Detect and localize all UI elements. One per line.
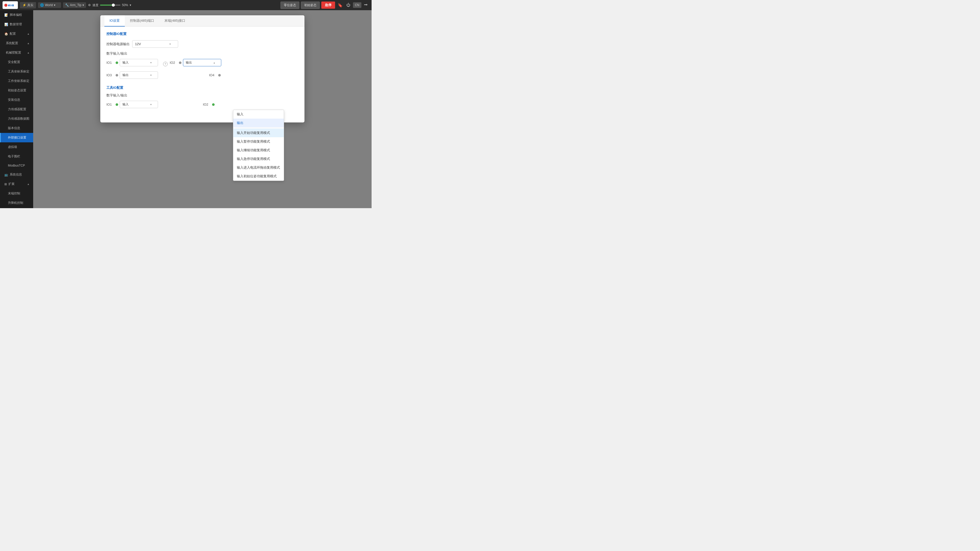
config-icon: 🏠 [4, 32, 8, 36]
power-output-label: 控制器电源输出 [107, 42, 130, 46]
sidebar-label-tool-coord: 工具坐标系标定 [8, 69, 29, 74]
sidebar-label-script: 脚本编程 [10, 13, 22, 17]
io1-dot [116, 62, 118, 64]
io3-select-arrow-icon: ▾ [150, 74, 151, 76]
sidebar-item-force-sensor-data[interactable]: 力传感器数据图 [0, 114, 33, 124]
dropdown-item-input[interactable]: 输入 [233, 110, 284, 119]
expand-icon: ⊞ [4, 183, 7, 186]
controller-io3-row: IO3 输出 ▾ [107, 71, 158, 79]
sidebar-item-terminal-ctrl[interactable]: 末端控制 [0, 189, 33, 198]
speed-value: 50% [122, 3, 128, 7]
topbar: 睿尔曼 ⚡ 真实 🌐 World ▾ 🔧 Arm_Tip ▾ ⚙ 速度 50% … [0, 0, 372, 10]
sidebar-item-virtual-wall[interactable]: 虚拟墙 [0, 142, 33, 152]
tool-io2-label: IO2 [203, 103, 210, 106]
speed-label: 速度 [92, 3, 99, 7]
io2-select-arrow-icon: ▴ [213, 61, 215, 64]
dropdown-item-current-loop-mode[interactable]: 输入进入电流环拖动复用模式 [233, 163, 284, 172]
chevron-down-icon-2: ▾ [83, 3, 84, 7]
io2-select[interactable]: 输出 ▴ [183, 59, 221, 66]
tab-terminal-485[interactable]: 末端(485)接口 [159, 15, 190, 27]
bookmark-icon[interactable]: 🔖 [337, 2, 344, 8]
sidebar-label-system-config: 系统配置 [6, 41, 18, 45]
sidebar-item-version-info[interactable]: 版本信息 [0, 124, 33, 133]
sidebar-item-force-sensor-config[interactable]: 力传感器配置 [0, 105, 33, 114]
zero-pose-button[interactable]: 零位姿态 [280, 2, 299, 9]
io2-value: 输出 [186, 60, 192, 65]
data-icon: 📊 [4, 23, 8, 26]
sidebar-item-config[interactable]: 🏠 配置 ▲ [0, 29, 33, 38]
modal-body: 控制器IO配置 控制器电源输出 12V ▾ 数字输入/输出 [100, 27, 304, 118]
sidebar-item-safe-config[interactable]: 安全配置 [0, 57, 33, 67]
io2-item: IO2 输出 ▴ [170, 59, 221, 66]
sidebar-label-terminal-ctrl: 末端控制 [8, 191, 20, 196]
tool-io1-arrow-icon: ▾ [150, 103, 151, 106]
power-icon[interactable]: ⏻ [345, 2, 352, 8]
io3-select[interactable]: 输出 ▾ [120, 71, 158, 79]
config-arrow-icon: ▲ [27, 32, 30, 35]
sidebar-label-electronic-fence: 电子围栏 [8, 154, 20, 159]
estop-button[interactable]: 急停 [321, 2, 335, 9]
help-icon[interactable]: ? [163, 62, 168, 66]
dropdown-item-start-mode[interactable]: 输入开始功能复用模式 [233, 129, 284, 137]
init-pose-button[interactable]: 初始姿态 [301, 2, 320, 9]
sidebar-item-script-edit[interactable]: 📝 脚本编程 [0, 10, 33, 20]
io3-label: IO3 [107, 73, 114, 77]
arm-icon: 🔧 [65, 3, 69, 7]
sidebar-item-system-info[interactable]: 📺 系统信息 [0, 170, 33, 179]
sidebar-item-system-config[interactable]: 系统配置 ▲ [0, 38, 33, 48]
mode-btn[interactable]: ⚡ 真实 [20, 2, 36, 8]
io4-item: IO4 [209, 73, 221, 77]
dropdown-item-estop-mode[interactable]: 输入急停功能复用模式 [233, 155, 284, 163]
dropdown-item-continue-mode[interactable]: 输入继续功能复用模式 [233, 146, 284, 155]
tab-io-settings[interactable]: IO设置 [104, 15, 125, 27]
io3-value: 输出 [123, 73, 129, 77]
sidebar-label-system-info: 系统信息 [10, 172, 22, 177]
lang-button[interactable]: CN [353, 2, 361, 8]
sidebar-item-data-manage[interactable]: 📊 数据管理 [0, 20, 33, 29]
sidebar-label-init-pose: 初始姿态设置 [8, 88, 26, 93]
chevron-down-icon: ▾ [54, 3, 56, 7]
controller-io2-row: IO2 输出 ▴ [170, 59, 221, 66]
speed-section: ⚙ 速度 50% ▾ [88, 3, 131, 7]
sidebar-item-mechanical-config[interactable]: 机械臂配置 ▲ [0, 48, 33, 57]
io1-item: IO1 输入 ▾ [107, 59, 158, 66]
controller-io1-row: IO1 输入 ▾ [107, 59, 158, 66]
logout-icon[interactable]: ⮕ [363, 2, 369, 8]
dropdown-item-init-pose-mode[interactable]: 输入初始位姿功能复用模式 [233, 172, 284, 181]
sidebar-item-work-coord[interactable]: 工作坐标系标定 [0, 76, 33, 86]
world-dropdown[interactable]: 🌐 World ▾ [38, 2, 61, 8]
sidebar-item-init-pose[interactable]: 初始姿态设置 [0, 86, 33, 95]
io1-select[interactable]: 输入 ▾ [120, 59, 158, 66]
sidebar-label-config: 配置 [10, 32, 16, 36]
modal-overlay: IO设置 控制器(485)端口 末端(485)接口 控制器IO配置 控制器电源输… [33, 10, 372, 208]
sidebar-label-modbus-tcp: ModbusTCP [8, 164, 25, 167]
arm-tip-dropdown[interactable]: 🔧 Arm_Tip ▾ [63, 2, 86, 8]
speed-dropdown-icon[interactable]: ▾ [130, 3, 131, 7]
power-output-value: 12V [135, 42, 141, 46]
sidebar-item-lift-ctrl[interactable]: 升降机控制 [0, 198, 33, 208]
digital-io-label: 数字输入/输出 [107, 51, 298, 56]
power-output-row: 控制器电源输出 12V ▾ [107, 40, 298, 48]
sidebar-item-expand[interactable]: ⊞ 扩展 ▲ [0, 179, 33, 189]
io-settings-modal: IO设置 控制器(485)端口 末端(485)接口 控制器IO配置 控制器电源输… [100, 15, 304, 122]
sidebar: 📝 脚本编程 📊 数据管理 🏠 配置 ▲ 系统配置 ▲ 机械臂配置 ▲ 安全配置… [0, 10, 33, 208]
sidebar-item-modbus-tcp[interactable]: ModbusTCP [0, 161, 33, 170]
sidebar-item-electronic-fence[interactable]: 电子围栏 [0, 152, 33, 161]
io2-dot [179, 62, 181, 64]
tool-io2-item: IO2 [203, 103, 215, 106]
tool-io1-row: IO1 输入 ▾ [107, 101, 158, 108]
sidebar-item-external-io[interactable]: 外部接口设置 [0, 133, 33, 142]
system-config-arrow-icon: ▲ [27, 42, 30, 44]
tool-io1-select[interactable]: 输入 ▾ [120, 101, 158, 108]
dropdown-item-output[interactable]: 输出 [233, 119, 284, 127]
controller-io4-row: IO4 [209, 73, 221, 77]
speed-slider[interactable] [100, 5, 121, 6]
dropdown-item-pause-mode[interactable]: 输入暂停功能复用模式 [233, 137, 284, 146]
sidebar-label-external-io: 外部接口设置 [8, 135, 26, 140]
mode-icon: ⚡ [22, 3, 26, 7]
power-output-select[interactable]: 12V ▾ [132, 40, 178, 48]
sidebar-item-tool-coord[interactable]: 工具坐标系标定 [0, 67, 33, 76]
tab-controller-485[interactable]: 控制器(485)端口 [125, 15, 159, 27]
power-output-arrow-icon: ▾ [169, 43, 171, 45]
sidebar-item-install-info[interactable]: 安装信息 [0, 95, 33, 105]
